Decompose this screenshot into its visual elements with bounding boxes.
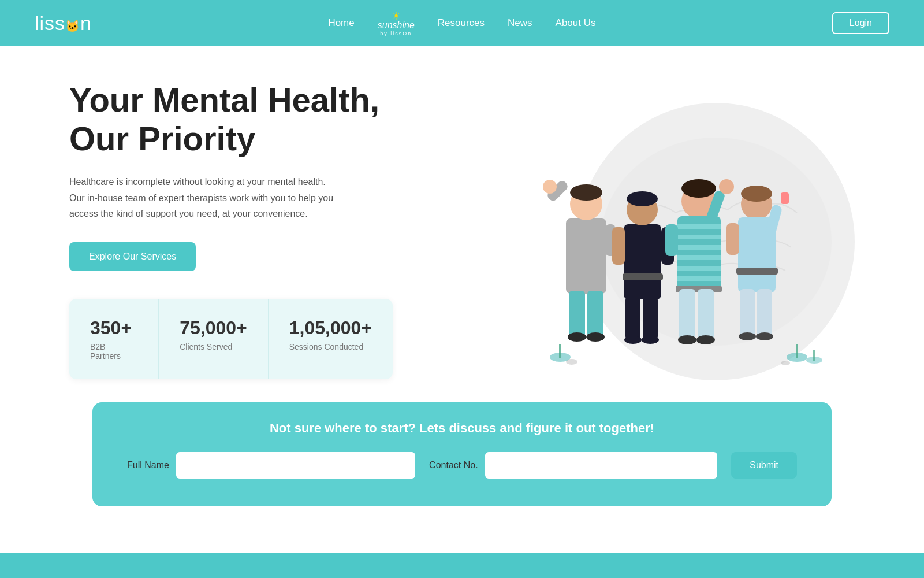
- contact-no-label: Contact No.: [429, 460, 478, 470]
- svg-rect-1: [566, 218, 606, 294]
- svg-rect-4: [569, 291, 585, 337]
- svg-point-17: [642, 336, 659, 344]
- svg-point-7: [586, 332, 605, 342]
- svg-point-56: [781, 361, 790, 365]
- contact-form: Full Name Contact No. Submit: [127, 452, 797, 479]
- svg-rect-41: [736, 268, 778, 275]
- hero-section: Your Mental Health, Our Priority Healthc…: [0, 46, 924, 402]
- stat-sessions: 1,05,000+ Sessions Conducted: [269, 299, 393, 379]
- svg-rect-48: [726, 223, 739, 255]
- svg-rect-50: [559, 344, 561, 358]
- nav-item-about[interactable]: About Us: [556, 17, 596, 29]
- hero-title: Your Mental Health, Our Priority: [69, 81, 393, 158]
- stats-card: 350+ B2B Partners 75,000+ Clients Served…: [69, 299, 393, 379]
- svg-rect-47: [781, 192, 789, 204]
- nav-link-news[interactable]: News: [508, 17, 532, 28]
- svg-rect-31: [679, 289, 695, 340]
- submit-button[interactable]: Submit: [731, 452, 797, 479]
- person4: [726, 186, 789, 340]
- svg-point-13: [627, 191, 658, 206]
- person3: [665, 179, 734, 344]
- stat-sessions-label: Sessions Conducted: [289, 342, 372, 351]
- logo-text: liss🐱n: [35, 12, 92, 35]
- svg-point-37: [719, 179, 734, 194]
- svg-point-6: [568, 332, 586, 342]
- contact-no-input[interactable]: [485, 452, 718, 479]
- person1: [543, 179, 616, 342]
- svg-point-22: [681, 179, 716, 198]
- hero-illustration: [531, 91, 855, 369]
- svg-rect-36: [665, 224, 678, 256]
- svg-rect-14: [625, 297, 640, 340]
- svg-point-34: [696, 335, 715, 344]
- logo-text-right: n: [80, 12, 92, 34]
- sunshine-label: sunshine: [378, 20, 415, 31]
- nav-item-home[interactable]: Home: [328, 17, 354, 29]
- hero-title-line2: Our Priority: [69, 120, 255, 157]
- people-illustration: [531, 103, 832, 369]
- nav-item-news[interactable]: News: [508, 17, 532, 29]
- svg-rect-28: [677, 266, 721, 271]
- svg-rect-52: [796, 344, 798, 358]
- svg-rect-19: [612, 227, 625, 265]
- nav-item-resources[interactable]: Resources: [438, 17, 485, 29]
- full-name-group: Full Name: [127, 452, 415, 479]
- person2: [612, 191, 674, 344]
- full-name-label: Full Name: [127, 460, 169, 470]
- nav-link-resources[interactable]: Resources: [438, 17, 485, 28]
- stat-clients-value: 75,000+: [180, 317, 247, 339]
- logo-cat-icon: 🐱: [65, 20, 80, 32]
- svg-rect-32: [698, 289, 714, 340]
- svg-point-3: [570, 184, 602, 201]
- svg-rect-29: [677, 276, 721, 281]
- hero-title-line1: Your Mental Health,: [69, 81, 379, 118]
- svg-point-33: [678, 335, 696, 344]
- logo[interactable]: liss🐱n: [35, 12, 92, 35]
- svg-point-45: [756, 332, 773, 340]
- svg-rect-18: [623, 273, 663, 280]
- svg-point-55: [566, 359, 578, 365]
- navbar: liss🐱n Home ☀ sunshine by lissOn Resourc…: [0, 0, 924, 46]
- svg-rect-26: [677, 245, 721, 250]
- stat-clients-served: 75,000+ Clients Served: [159, 299, 269, 379]
- svg-rect-24: [677, 224, 721, 229]
- svg-rect-27: [677, 255, 721, 260]
- stat-b2b-partners: 350+ B2B Partners: [69, 299, 159, 379]
- contact-no-group: Contact No.: [429, 452, 717, 479]
- svg-point-10: [543, 180, 557, 194]
- svg-rect-54: [813, 350, 815, 361]
- svg-rect-25: [677, 235, 721, 239]
- stat-sessions-value: 1,05,000+: [289, 317, 372, 339]
- stat-clients-label: Clients Served: [180, 342, 247, 351]
- nav-link-about[interactable]: About Us: [556, 17, 596, 28]
- svg-rect-15: [643, 297, 658, 340]
- nav-links: Home ☀ sunshine by lissOn Resources News…: [328, 10, 595, 36]
- footer-bar: [0, 553, 924, 578]
- stat-b2b-value: 350+: [90, 317, 137, 339]
- explore-services-button[interactable]: Explore Our Services: [69, 242, 196, 271]
- nav-link-home[interactable]: Home: [328, 17, 354, 28]
- svg-point-39: [741, 186, 772, 202]
- hero-left-content: Your Mental Health, Our Priority Healthc…: [69, 81, 393, 379]
- svg-point-44: [739, 332, 756, 340]
- svg-rect-11: [624, 224, 661, 299]
- svg-rect-43: [757, 289, 772, 336]
- contact-title: Not sure where to start? Lets discuss an…: [127, 421, 797, 436]
- ground-plants: [550, 344, 822, 365]
- svg-point-16: [624, 336, 642, 344]
- hero-description: Healthcare is incomplete without looking…: [69, 174, 335, 221]
- logo-text-left: liss: [35, 12, 65, 34]
- sunshine-sublabel: by lissOn: [380, 31, 412, 36]
- contact-section-wrapper: Not sure where to start? Lets discuss an…: [0, 402, 924, 506]
- svg-rect-5: [587, 291, 603, 337]
- login-button[interactable]: Login: [832, 12, 889, 34]
- nav-item-sunshine[interactable]: ☀ sunshine by lissOn: [378, 10, 415, 36]
- svg-rect-42: [740, 289, 755, 336]
- full-name-input[interactable]: [176, 452, 415, 479]
- stat-b2b-label: B2B Partners: [90, 342, 137, 361]
- contact-section: Not sure where to start? Lets discuss an…: [92, 402, 832, 506]
